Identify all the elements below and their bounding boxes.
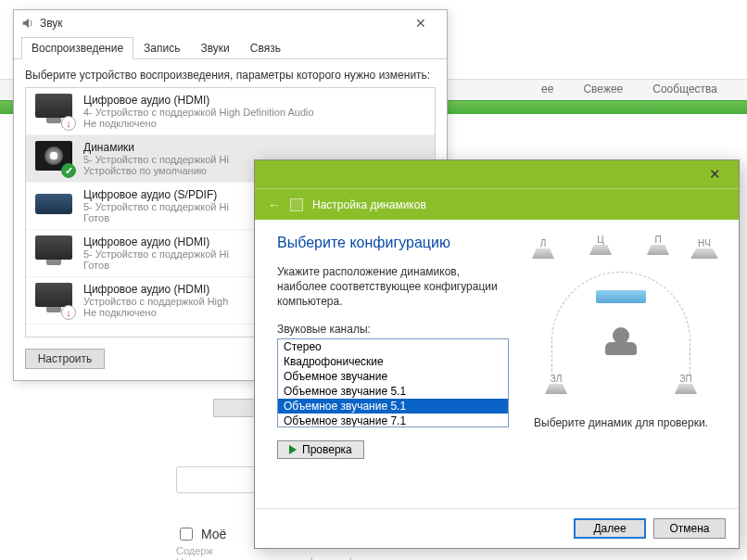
device-name: Цифровое аудио (HDMI) xyxy=(83,94,314,107)
speaker-rear-left[interactable]: ЗЛ xyxy=(542,374,570,394)
dlg-hint: Выберите динамик для проверки. xyxy=(524,416,718,429)
status-badge-disconnected: ↓ xyxy=(61,116,76,131)
status-badge-default: ✓ xyxy=(61,163,76,178)
device-status: Готов xyxy=(83,212,229,223)
device-status: Не подключено xyxy=(83,118,314,129)
channels-listbox[interactable]: Стерео Квадрофонические Объемное звучани… xyxy=(277,338,509,427)
device-desc: 5- Устройство с поддержкой Hi xyxy=(83,154,229,165)
channel-option[interactable]: Объемное звучание 5.1 xyxy=(278,399,508,414)
device-desc: 5- Устройство с поддержкой Hi xyxy=(83,248,229,260)
test-button[interactable]: Проверка xyxy=(277,440,364,459)
speaker-center[interactable]: Ц xyxy=(587,235,614,255)
dlg-right-column: Л Ц П НЧ ЗЛ ЗП Выберите динамик для пров… xyxy=(524,235,718,501)
speaker-subwoofer[interactable]: НЧ xyxy=(690,238,718,259)
device-text: Цифровое аудио (S/PDIF) 5- Устройство с … xyxy=(83,188,229,223)
speaker-rear-right[interactable]: ЗП xyxy=(672,374,700,394)
bg-text: Например, мы сделали эту фотографию. xyxy=(176,556,639,560)
speaker-icon: ✓ xyxy=(35,141,74,176)
dlg-body: Выберите конфигурацию Укажите расположен… xyxy=(255,220,739,508)
bg-checkbox[interactable] xyxy=(180,528,193,541)
bg-tab[interactable]: Сообщества xyxy=(639,80,730,98)
dlg-description: Укажите расположение динамиков, наиболее… xyxy=(277,264,509,310)
test-button-label: Проверка xyxy=(302,443,352,456)
dlg-header: ← Настройка динамиков xyxy=(255,188,739,220)
channel-option[interactable]: Объемное звучание xyxy=(278,369,508,384)
device-item[interactable]: ↓ Цифровое аудио (HDMI) 4- Устройство с … xyxy=(26,88,435,135)
speaker-front-left[interactable]: Л xyxy=(529,238,557,259)
speaker-map: Л Ц П НЧ ЗЛ ЗП xyxy=(524,235,718,411)
dlg-left-column: Выберите конфигурацию Укажите расположен… xyxy=(277,235,509,501)
device-name: Цифровое аудио (HDMI) xyxy=(83,235,229,248)
device-desc: 4- Устройство с поддержкой High Definiti… xyxy=(83,107,314,118)
device-name: Динамики xyxy=(83,141,229,154)
device-desc: 5- Устройство с поддержкой Hi xyxy=(83,201,229,212)
speaker-icon xyxy=(290,198,303,211)
center-bar xyxy=(596,290,646,303)
tab-sounds[interactable]: Звуки xyxy=(190,37,239,59)
speaker-icon xyxy=(21,17,34,30)
bg-tab[interactable]: ее xyxy=(528,80,566,98)
device-name: Цифровое аудио (S/PDIF) xyxy=(83,188,229,201)
channel-option[interactable]: Квадрофонические xyxy=(278,354,508,369)
close-button[interactable]: ✕ xyxy=(696,166,733,183)
sound-instruction: Выберите устройство воспроизведения, пар… xyxy=(25,69,436,82)
dlg-title-text: Настройка динамиков xyxy=(312,198,426,211)
play-icon xyxy=(289,445,297,454)
device-status: Устройство по умолчанию xyxy=(83,165,229,176)
device-text: Цифровое аудио (HDMI) 5- Устройство с по… xyxy=(83,235,229,271)
monitor-icon: ↓ xyxy=(35,283,74,318)
tab-playback[interactable]: Воспроизведение xyxy=(21,37,133,59)
dlg-footer: Далее Отмена xyxy=(255,508,739,548)
device-status: Готов xyxy=(83,260,229,271)
channel-option[interactable]: Стерео xyxy=(278,339,508,354)
tab-recording[interactable]: Запись xyxy=(133,37,190,59)
dlg-heading: Выберите конфигурацию xyxy=(277,235,509,251)
close-button[interactable]: ✕ xyxy=(402,16,439,31)
bg-checkbox-label: Моё xyxy=(201,527,226,541)
monitor-icon xyxy=(35,235,74,271)
back-icon[interactable]: ← xyxy=(268,197,281,212)
bg-tab[interactable]: Свежее xyxy=(570,80,636,98)
channel-option[interactable]: Объемное звучание 7.1 xyxy=(278,414,508,427)
sound-titlebar: Звук ✕ xyxy=(14,10,447,36)
next-button[interactable]: Далее xyxy=(574,518,646,539)
spdif-icon xyxy=(35,188,74,223)
channel-option[interactable]: Объемное звучание 5.1 xyxy=(278,384,508,399)
dlg-titlebar: ✕ xyxy=(255,160,739,188)
device-text: Цифровое аудио (HDMI) Устройство с подде… xyxy=(83,283,228,318)
sound-tabs: Воспроизведение Запись Звуки Связь xyxy=(14,36,447,59)
device-name: Цифровое аудио (HDMI) xyxy=(83,283,228,296)
channels-label: Звуковые каналы: xyxy=(277,323,509,336)
device-desc: Устройство с поддержкой High xyxy=(83,296,228,307)
configure-button[interactable]: Настроить xyxy=(25,349,105,369)
device-text: Динамики 5- Устройство с поддержкой Hi У… xyxy=(83,141,229,176)
cancel-button[interactable]: Отмена xyxy=(653,518,726,539)
status-badge-disconnected: ↓ xyxy=(61,305,76,320)
sound-title-text: Звук xyxy=(40,17,63,30)
monitor-icon: ↓ xyxy=(35,94,74,129)
bg-tabs: ее Свежее Сообщества xyxy=(528,80,730,98)
device-status: Не подключено xyxy=(83,307,228,318)
speaker-front-right[interactable]: П xyxy=(644,235,672,255)
device-text: Цифровое аудио (HDMI) 4- Устройство с по… xyxy=(83,94,314,129)
speaker-setup-dialog: ✕ ← Настройка динамиков Выберите конфигу… xyxy=(254,159,740,549)
tab-communications[interactable]: Связь xyxy=(240,37,291,59)
listener-icon xyxy=(605,327,637,359)
